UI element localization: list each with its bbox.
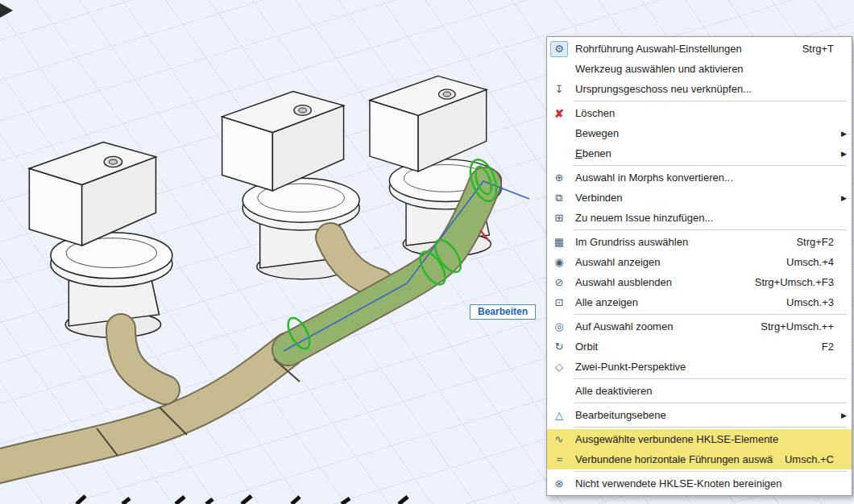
menu-item-shortcut: Strg+Umsch.++ — [761, 320, 834, 333]
menu-item-ursprungsgeschoss-neu-verknuepfen[interactable]: ↧ Ursprungsgeschoss neu verknüpfen... — [547, 79, 852, 99]
edit-tooltip-label: Bearbeiten — [478, 306, 528, 317]
selection-settings-icon: ⚙ — [550, 41, 568, 57]
menu-item-label: Alle deaktivieren — [575, 385, 823, 397]
menu-item-loeschen[interactable]: ✘ Löschen — [547, 103, 852, 123]
menu-separator — [574, 471, 847, 472]
menu-item-label: Auswahl in Morphs konvertieren... — [575, 171, 823, 184]
menu-item-label: Rohrführung Auswahl-Einstellungen — [575, 43, 791, 55]
toilet-1[interactable] — [29, 143, 172, 338]
menu-item-shortcut: Strg+T — [802, 43, 834, 55]
menu-item-nicht-verwendete-hklse-knoten-bereinigen[interactable]: ⊗ Nicht verwendete HKLSE-Knoten bereinig… — [547, 473, 852, 494]
cleanup-mep-nodes-icon: ⊗ — [550, 476, 568, 492]
menu-item-label: Ursprungsgeschoss neu verknüpfen... — [575, 83, 823, 95]
menu-item-label: Im Grundriss auswählen — [575, 236, 785, 248]
application-window: Bearbeiten ⚙ Rohrführung Auswahl-Einstel… — [0, 0, 854, 504]
menu-separator — [574, 403, 847, 403]
menu-item-verbundene-horizontale-fuehrungen-auswaehlen[interactable]: ≈ Verbundene horizontale Führungen auswä… — [547, 449, 852, 469]
menu-item-label: Bewegen — [575, 127, 823, 139]
two-point-perspective-icon: ◇ — [550, 359, 568, 375]
submenu-arrow-icon: ▶ — [834, 150, 847, 158]
icon-placeholder — [550, 126, 568, 142]
menu-item-label: Verbinden — [575, 192, 823, 204]
menu-item-label: Ausgewählte verbundene HKLSE-Elemente — [575, 433, 823, 445]
bottom-edge-geometry — [77, 496, 408, 504]
menu-separator — [574, 314, 847, 315]
menu-separator — [574, 378, 847, 379]
submenu-arrow-icon: ▶ — [834, 194, 847, 202]
menu-item-label: Zwei-Punkt-Perspektive — [575, 361, 823, 373]
menu-item-alle-deaktivieren[interactable]: Alle deaktivieren — [547, 381, 852, 401]
menu-item-shortcut: Umsch.+3 — [786, 296, 834, 308]
relink-home-story-icon: ↧ — [550, 81, 568, 97]
delete-icon: ✘ — [550, 105, 568, 122]
menu-item-label: Bearbeitungsebene — [575, 409, 823, 421]
menu-item-label: Löschen — [575, 107, 823, 119]
menu-item-shortcut: Strg+F2 — [796, 236, 834, 248]
menu-item-label: Zu neuem Issue hinzufügen... — [575, 212, 823, 224]
menu-item-bearbeitungsebene[interactable]: △ Bearbeitungsebene ▶ — [547, 405, 852, 425]
select-on-plan-icon: ▦ — [550, 234, 568, 250]
menu-item-ebenen[interactable]: Ebenen ▶ — [547, 143, 852, 163]
context-menu: ⚙ Rohrführung Auswahl-Einstellungen Strg… — [546, 36, 852, 496]
edit-tooltip: Bearbeiten — [470, 304, 536, 320]
menu-separator — [574, 427, 847, 428]
submenu-arrow-icon: ▶ — [834, 411, 847, 419]
submenu-arrow-icon: ▶ — [834, 130, 847, 138]
orbit-icon: ↻ — [550, 339, 568, 355]
menu-item-label: Nicht verwendete HKLSE-Knoten bereinigen — [575, 477, 823, 490]
menu-separator — [574, 229, 847, 230]
add-to-issue-icon: ⊞ — [550, 210, 568, 226]
menu-item-alle-anzeigen[interactable]: ⊡ Alle anzeigen Umsch.+3 — [547, 292, 852, 312]
zoom-to-selection-icon: ◎ — [550, 319, 568, 335]
icon-placeholder — [550, 61, 568, 77]
menu-item-auswahl-in-morphs-konvertieren[interactable]: ⊕ Auswahl in Morphs konvertieren... — [547, 167, 852, 188]
menu-item-label: Auf Auswahl zoomen — [575, 320, 749, 333]
connected-horizontal-runs-icon: ≈ — [550, 452, 568, 468]
icon-placeholder — [550, 146, 568, 162]
menu-item-ausgewaehlte-verbundene-hklse-elemente[interactable]: ∿ Ausgewählte verbundene HKLSE-Elemente — [547, 429, 852, 449]
menu-item-rohrfuehrung-auswahl-einstellungen[interactable]: ⚙ Rohrführung Auswahl-Einstellungen Strg… — [547, 39, 852, 59]
menu-item-auf-auswahl-zoomen[interactable]: ◎ Auf Auswahl zoomen Strg+Umsch.++ — [547, 316, 852, 337]
show-selection-icon: ◉ — [550, 254, 568, 271]
menu-item-shortcut: Strg+Umsch.+F3 — [755, 276, 834, 288]
menu-item-label: Werkzeug auswählen und aktivieren — [575, 63, 823, 75]
menu-item-shortcut: Umsch.+C — [785, 453, 834, 465]
menu-item-orbit[interactable]: ↻ Orbit F2 — [547, 337, 852, 357]
convert-to-morph-icon: ⊕ — [550, 170, 568, 186]
menu-item-auswahl-ausblenden[interactable]: ⊘ Auswahl ausblenden Strg+Umsch.+F3 — [547, 272, 852, 292]
menu-separator — [574, 165, 847, 166]
menu-item-label: Auswahl ausblenden — [575, 276, 744, 288]
viewport-edge-artifact — [0, 3, 13, 18]
menu-item-label: Ebenen — [575, 147, 823, 159]
menu-item-zu-neuem-issue-hinzufuegen[interactable]: ⊞ Zu neuem Issue hinzufügen... — [547, 208, 852, 228]
editing-plane-icon: △ — [550, 407, 568, 423]
connected-mep-elements-icon: ∿ — [550, 432, 568, 448]
menu-item-bewegen[interactable]: Bewegen ▶ — [547, 123, 852, 143]
icon-placeholder — [550, 383, 568, 399]
menu-item-shortcut: F2 — [822, 341, 834, 353]
connect-icon: ⧉ — [550, 190, 568, 206]
menu-item-label: Verbundene horizontale Führungen auswähl… — [575, 453, 773, 465]
menu-item-verbinden[interactable]: ⧉ Verbinden ▶ — [547, 188, 852, 208]
show-all-icon: ⊡ — [550, 295, 568, 311]
menu-item-label: Orbit — [575, 341, 810, 353]
menu-item-auswahl-anzeigen[interactable]: ◉ Auswahl anzeigen Umsch.+4 — [547, 252, 852, 272]
menu-separator — [574, 101, 847, 101]
hide-selection-icon: ⊘ — [550, 275, 568, 291]
menu-item-shortcut: Umsch.+4 — [786, 256, 834, 268]
menu-item-label: Alle anzeigen — [575, 296, 775, 308]
menu-item-werkzeug-auswaehlen-und-aktivieren[interactable]: Werkzeug auswählen und aktivieren — [547, 59, 852, 79]
menu-item-im-grundriss-auswaehlen[interactable]: ▦ Im Grundriss auswählen Strg+F2 — [547, 232, 852, 252]
menu-item-label: Auswahl anzeigen — [575, 256, 775, 268]
menu-item-zwei-punkt-perspektive[interactable]: ◇ Zwei-Punkt-Perspektive — [547, 357, 852, 377]
